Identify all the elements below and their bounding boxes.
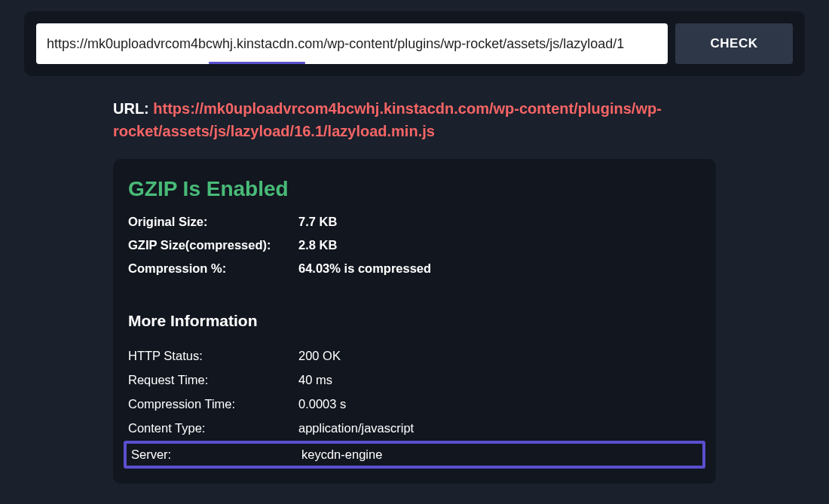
url-label: URL: [113,100,149,117]
info-value: application/javascript [298,421,414,435]
result-panel: GZIP Is Enabled Original Size: 7.7 KB GZ… [113,159,716,484]
check-button[interactable]: CHECK [675,23,793,64]
info-row-server: Server: keycdn-engine [127,446,702,463]
info-value: keycdn-engine [301,447,382,462]
result-url-line: URL: https://mk0uploadvrcom4bcwhj.kinsta… [113,97,716,142]
info-label: HTTP Status: [128,349,298,363]
info-row: Content Type: application/javascript [128,416,701,440]
result-content: URL: https://mk0uploadvrcom4bcwhj.kinsta… [113,97,716,484]
info-row: Compression Time: 0.0003 s [128,392,701,416]
summary-row: Original Size: 7.7 KB [128,210,701,234]
info-row: Request Time: 40 ms [128,368,701,392]
server-highlight-annotation: Server: keycdn-engine [124,441,705,469]
summary-row: GZIP Size(compressed): 2.8 KB [128,234,701,257]
url-input[interactable] [36,23,668,64]
summary-label: GZIP Size(compressed): [128,238,298,252]
summary-value: 7.7 KB [298,215,337,229]
info-value: 200 OK [298,349,341,363]
search-panel: CHECK [24,11,805,76]
summary-label: Original Size: [128,215,298,229]
summary-value: 64.03% is compressed [298,261,431,276]
info-label: Content Type: [128,421,298,435]
summary-row: Compression %: 64.03% is compressed [128,257,701,280]
info-row: HTTP Status: 200 OK [128,344,701,368]
summary-value: 2.8 KB [298,238,337,252]
url-value[interactable]: https://mk0uploadvrcom4bcwhj.kinstacdn.c… [113,100,662,139]
info-label: Compression Time: [128,397,298,411]
info-label: Server: [131,447,301,462]
info-value: 0.0003 s [298,397,346,411]
summary-label: Compression %: [128,261,298,276]
gzip-status-heading: GZIP Is Enabled [128,177,701,201]
info-label: Request Time: [128,373,298,387]
domain-underline-annotation [209,62,305,64]
more-info-heading: More Information [128,312,701,330]
info-value: 40 ms [298,373,332,387]
